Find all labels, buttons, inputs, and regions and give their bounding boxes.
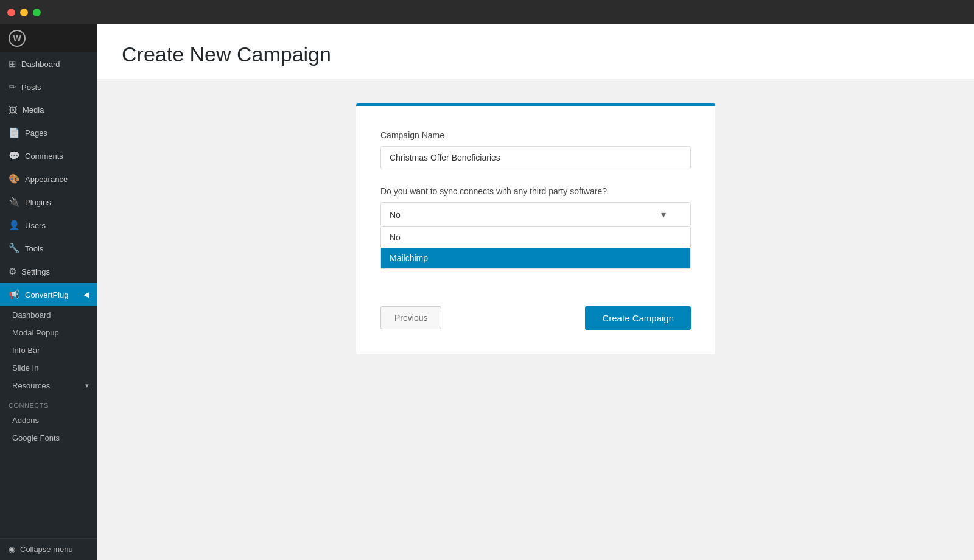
sidebar-item-label: Media	[23, 105, 44, 114]
media-icon: 🖼	[9, 105, 18, 115]
sidebar-sub-label: Addons	[12, 416, 39, 425]
sidebar-sub-label: Modal Popup	[12, 328, 59, 337]
users-icon: 👤	[9, 220, 20, 231]
sidebar-item-appearance[interactable]: 🎨 Appearance	[0, 167, 97, 191]
sidebar-sub-label: Info Bar	[12, 346, 40, 355]
sidebar-sub-item-google-fonts[interactable]: Google Fonts	[0, 429, 97, 447]
settings-icon: ⚙	[9, 266, 16, 277]
sidebar-item-label: Plugins	[25, 198, 51, 207]
posts-icon: ✏	[9, 82, 16, 93]
content-area: Create New Campaign Campaign Name Do you…	[97, 24, 974, 560]
maximize-button[interactable]	[33, 9, 41, 16]
sidebar-sub-item-modal-popup[interactable]: Modal Popup	[0, 324, 97, 341]
pages-icon: 📄	[9, 127, 20, 138]
connects-section-header: Connects	[0, 394, 97, 411]
active-arrow-icon: ◀	[83, 290, 89, 299]
app-body: W ⊞ Dashboard ✏ Posts 🖼 Media 📄 Pages 💬 …	[0, 24, 974, 560]
sidebar-sub-item-addons[interactable]: Addons	[0, 411, 97, 429]
sidebar-item-comments[interactable]: 💬 Comments	[0, 144, 97, 167]
sidebar-item-label: Dashboard	[21, 60, 60, 69]
close-button[interactable]	[7, 9, 15, 16]
sidebar-sub-item-resources[interactable]: Resources ▾	[0, 377, 97, 394]
sidebar-item-label: Pages	[25, 128, 47, 138]
sidebar-item-label: Users	[25, 221, 46, 230]
sidebar-item-dashboard[interactable]: ⊞ Dashboard	[0, 52, 97, 75]
dropdown-option-no[interactable]: No	[381, 227, 690, 248]
sidebar-sub-label: Google Fonts	[12, 433, 60, 443]
chevron-down-icon: ▾	[661, 209, 666, 220]
sync-label: Do you want to sync connects with any th…	[380, 186, 691, 196]
tools-icon: 🔧	[9, 243, 20, 254]
sync-select-wrapper: No ▾ No Mailchimp	[380, 202, 691, 227]
sidebar-item-plugins[interactable]: 🔌 Plugins	[0, 191, 97, 214]
campaign-name-label: Campaign Name	[380, 130, 691, 140]
title-bar	[0, 0, 974, 24]
collapse-label: Collapse menu	[20, 545, 73, 554]
sidebar-item-media[interactable]: 🖼 Media	[0, 99, 97, 121]
form-card: Campaign Name Do you want to sync connec…	[356, 103, 715, 354]
collapse-icon: ◉	[9, 545, 15, 554]
sidebar-item-posts[interactable]: ✏ Posts	[0, 75, 97, 99]
sidebar-sub-label: Dashboard	[12, 310, 51, 320]
collapse-menu-button[interactable]: ◉ Collapse menu	[0, 538, 97, 560]
sync-select[interactable]: No ▾	[380, 202, 691, 227]
sidebar-item-settings[interactable]: ⚙ Settings	[0, 260, 97, 283]
plugins-icon: 🔌	[9, 197, 20, 208]
sidebar-sub-item-info-bar[interactable]: Info Bar	[0, 341, 97, 359]
convertplug-icon: 📢	[9, 289, 20, 300]
dropdown-option-mailchimp[interactable]: Mailchimp	[381, 248, 690, 268]
minimize-button[interactable]	[20, 9, 28, 16]
sidebar-sub-item-slide-in[interactable]: Slide In	[0, 359, 97, 377]
page-header: Create New Campaign	[97, 24, 974, 79]
wordpress-logo: W	[9, 30, 26, 47]
sidebar-item-users[interactable]: 👤 Users	[0, 214, 97, 237]
sync-dropdown: No Mailchimp	[380, 227, 691, 269]
sidebar-item-pages[interactable]: 📄 Pages	[0, 121, 97, 144]
page-content: Campaign Name Do you want to sync connec…	[97, 79, 974, 379]
chevron-down-icon: ▾	[85, 382, 89, 390]
sync-group: Do you want to sync connects with any th…	[380, 186, 691, 227]
sidebar-item-convertplug[interactable]: 📢 ConvertPlug ◀	[0, 283, 97, 306]
sidebar-item-label: Appearance	[25, 175, 68, 184]
sidebar-item-label: Comments	[25, 152, 63, 161]
create-campaign-button[interactable]: Create Campaign	[585, 306, 691, 330]
sidebar-item-label: ConvertPlug	[25, 290, 69, 299]
dashboard-icon: ⊞	[9, 58, 16, 69]
appearance-icon: 🎨	[9, 173, 20, 184]
previous-button[interactable]: Previous	[380, 306, 441, 329]
page-title: Create New Campaign	[122, 43, 950, 66]
campaign-name-input[interactable]	[380, 146, 691, 169]
sync-selected-value: No	[390, 210, 401, 220]
sidebar-sub-label: Resources	[12, 381, 50, 390]
sidebar: W ⊞ Dashboard ✏ Posts 🖼 Media 📄 Pages 💬 …	[0, 24, 97, 560]
form-footer: Previous Create Campaign	[380, 292, 691, 330]
sidebar-logo: W	[0, 24, 97, 52]
sidebar-item-label: Settings	[21, 267, 50, 276]
sidebar-sub-item-dashboard[interactable]: Dashboard	[0, 306, 97, 324]
sidebar-item-label: Posts	[21, 83, 41, 92]
sidebar-item-label: Tools	[25, 244, 43, 253]
comments-icon: 💬	[9, 150, 20, 161]
campaign-name-group: Campaign Name	[380, 130, 691, 169]
sidebar-item-tools[interactable]: 🔧 Tools	[0, 237, 97, 260]
sidebar-sub-label: Slide In	[12, 363, 38, 373]
